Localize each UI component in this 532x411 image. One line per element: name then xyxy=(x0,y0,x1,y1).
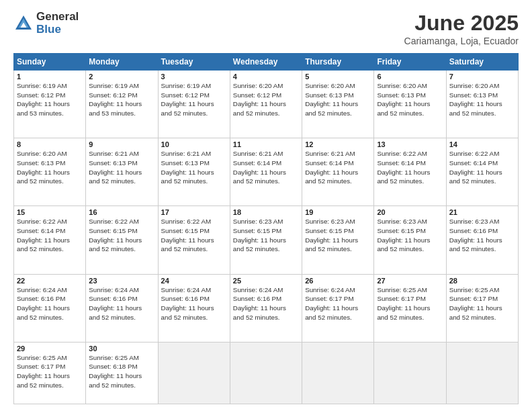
calendar-cell: 20Sunrise: 6:23 AM Sunset: 6:15 PM Dayli… xyxy=(374,206,446,274)
calendar-cell xyxy=(302,342,374,404)
calendar-cell: 3Sunrise: 6:19 AM Sunset: 6:12 PM Daylig… xyxy=(158,71,230,138)
calendar-week-1: 1Sunrise: 6:19 AM Sunset: 6:12 PM Daylig… xyxy=(14,71,519,138)
day-info: Sunrise: 6:22 AM Sunset: 6:15 PM Dayligh… xyxy=(161,217,227,254)
title-block: June 2025 Cariamanga, Loja, Ecuador xyxy=(404,11,519,46)
day-info: Sunrise: 6:25 AM Sunset: 6:17 PM Dayligh… xyxy=(17,353,83,390)
calendar-cell: 12Sunrise: 6:21 AM Sunset: 6:14 PM Dayli… xyxy=(302,138,374,206)
calendar-cell: 10Sunrise: 6:21 AM Sunset: 6:13 PM Dayli… xyxy=(158,138,230,206)
day-number: 26 xyxy=(305,277,371,285)
day-info: Sunrise: 6:19 AM Sunset: 6:12 PM Dayligh… xyxy=(17,81,83,118)
header: General Blue June 2025 Cariamanga, Loja,… xyxy=(13,11,519,46)
day-number: 25 xyxy=(233,277,299,285)
logo-general-text: General xyxy=(36,11,79,24)
day-info: Sunrise: 6:23 AM Sunset: 6:15 PM Dayligh… xyxy=(233,217,299,254)
calendar-cell: 25Sunrise: 6:24 AM Sunset: 6:16 PM Dayli… xyxy=(230,274,302,342)
day-number: 1 xyxy=(17,73,83,81)
calendar-cell: 18Sunrise: 6:23 AM Sunset: 6:15 PM Dayli… xyxy=(230,206,302,274)
day-info: Sunrise: 6:21 AM Sunset: 6:14 PM Dayligh… xyxy=(305,149,371,186)
calendar-header-sunday: Sunday xyxy=(14,54,86,71)
calendar-cell xyxy=(158,342,230,404)
calendar-cell: 16Sunrise: 6:22 AM Sunset: 6:15 PM Dayli… xyxy=(86,206,158,274)
calendar-cell: 26Sunrise: 6:24 AM Sunset: 6:17 PM Dayli… xyxy=(302,274,374,342)
day-info: Sunrise: 6:23 AM Sunset: 6:16 PM Dayligh… xyxy=(449,217,515,254)
day-number: 8 xyxy=(17,140,83,148)
day-info: Sunrise: 6:24 AM Sunset: 6:16 PM Dayligh… xyxy=(89,285,154,322)
day-info: Sunrise: 6:21 AM Sunset: 6:14 PM Dayligh… xyxy=(233,149,299,186)
calendar-cell: 30Sunrise: 6:25 AM Sunset: 6:18 PM Dayli… xyxy=(86,342,158,404)
day-info: Sunrise: 6:19 AM Sunset: 6:12 PM Dayligh… xyxy=(89,81,154,118)
calendar-cell: 24Sunrise: 6:24 AM Sunset: 6:16 PM Dayli… xyxy=(158,274,230,342)
day-info: Sunrise: 6:19 AM Sunset: 6:12 PM Dayligh… xyxy=(161,81,227,118)
day-number: 20 xyxy=(377,208,443,216)
day-info: Sunrise: 6:20 AM Sunset: 6:12 PM Dayligh… xyxy=(233,81,299,118)
day-info: Sunrise: 6:23 AM Sunset: 6:15 PM Dayligh… xyxy=(305,217,371,254)
calendar-cell: 8Sunrise: 6:20 AM Sunset: 6:13 PM Daylig… xyxy=(14,138,86,206)
day-info: Sunrise: 6:20 AM Sunset: 6:13 PM Dayligh… xyxy=(305,81,371,118)
calendar-cell: 7Sunrise: 6:20 AM Sunset: 6:13 PM Daylig… xyxy=(446,71,518,138)
day-info: Sunrise: 6:23 AM Sunset: 6:15 PM Dayligh… xyxy=(377,217,443,254)
calendar-cell xyxy=(230,342,302,404)
month-title: June 2025 xyxy=(404,11,519,36)
calendar-header-monday: Monday xyxy=(86,54,158,71)
calendar-cell: 11Sunrise: 6:21 AM Sunset: 6:14 PM Dayli… xyxy=(230,138,302,206)
day-number: 29 xyxy=(17,345,83,353)
logo-icon xyxy=(13,13,34,34)
logo: General Blue xyxy=(13,11,79,36)
day-number: 19 xyxy=(305,208,371,216)
day-info: Sunrise: 6:24 AM Sunset: 6:16 PM Dayligh… xyxy=(17,285,83,322)
day-number: 30 xyxy=(89,345,154,353)
day-number: 2 xyxy=(89,73,154,81)
day-number: 13 xyxy=(377,140,443,148)
calendar-cell: 27Sunrise: 6:25 AM Sunset: 6:17 PM Dayli… xyxy=(374,274,446,342)
day-number: 28 xyxy=(449,277,515,285)
day-number: 11 xyxy=(233,140,299,148)
calendar-cell: 23Sunrise: 6:24 AM Sunset: 6:16 PM Dayli… xyxy=(86,274,158,342)
day-number: 9 xyxy=(89,140,154,148)
day-info: Sunrise: 6:25 AM Sunset: 6:17 PM Dayligh… xyxy=(449,285,515,322)
day-number: 12 xyxy=(305,140,371,148)
day-info: Sunrise: 6:20 AM Sunset: 6:13 PM Dayligh… xyxy=(377,81,443,118)
calendar-cell: 2Sunrise: 6:19 AM Sunset: 6:12 PM Daylig… xyxy=(86,71,158,138)
calendar-cell: 4Sunrise: 6:20 AM Sunset: 6:12 PM Daylig… xyxy=(230,71,302,138)
day-number: 24 xyxy=(161,277,227,285)
calendar-header-friday: Friday xyxy=(374,54,446,71)
calendar-week-2: 8Sunrise: 6:20 AM Sunset: 6:13 PM Daylig… xyxy=(14,138,519,206)
location: Cariamanga, Loja, Ecuador xyxy=(404,36,519,46)
calendar-cell: 22Sunrise: 6:24 AM Sunset: 6:16 PM Dayli… xyxy=(14,274,86,342)
calendar-cell: 17Sunrise: 6:22 AM Sunset: 6:15 PM Dayli… xyxy=(158,206,230,274)
day-number: 22 xyxy=(17,277,83,285)
calendar-header-wednesday: Wednesday xyxy=(230,54,302,71)
day-number: 4 xyxy=(233,73,299,81)
day-number: 23 xyxy=(89,277,154,285)
day-number: 5 xyxy=(305,73,371,81)
day-info: Sunrise: 6:25 AM Sunset: 6:17 PM Dayligh… xyxy=(377,285,443,322)
calendar-week-5: 29Sunrise: 6:25 AM Sunset: 6:17 PM Dayli… xyxy=(14,342,519,404)
calendar-cell: 21Sunrise: 6:23 AM Sunset: 6:16 PM Dayli… xyxy=(446,206,518,274)
calendar-cell: 6Sunrise: 6:20 AM Sunset: 6:13 PM Daylig… xyxy=(374,71,446,138)
day-info: Sunrise: 6:20 AM Sunset: 6:13 PM Dayligh… xyxy=(449,81,515,118)
day-info: Sunrise: 6:25 AM Sunset: 6:18 PM Dayligh… xyxy=(89,353,154,390)
day-info: Sunrise: 6:21 AM Sunset: 6:13 PM Dayligh… xyxy=(161,149,227,186)
calendar-week-3: 15Sunrise: 6:22 AM Sunset: 6:14 PM Dayli… xyxy=(14,206,519,274)
calendar-cell: 29Sunrise: 6:25 AM Sunset: 6:17 PM Dayli… xyxy=(14,342,86,404)
day-number: 3 xyxy=(161,73,227,81)
calendar-cell: 5Sunrise: 6:20 AM Sunset: 6:13 PM Daylig… xyxy=(302,71,374,138)
calendar-table: SundayMondayTuesdayWednesdayThursdayFrid… xyxy=(13,53,519,404)
calendar-cell: 15Sunrise: 6:22 AM Sunset: 6:14 PM Dayli… xyxy=(14,206,86,274)
day-number: 7 xyxy=(449,73,515,81)
calendar-header-row: SundayMondayTuesdayWednesdayThursdayFrid… xyxy=(14,54,519,71)
page: General Blue June 2025 Cariamanga, Loja,… xyxy=(0,0,532,411)
logo-text: General Blue xyxy=(36,11,79,36)
logo-blue-text: Blue xyxy=(36,24,79,36)
day-info: Sunrise: 6:24 AM Sunset: 6:16 PM Dayligh… xyxy=(161,285,227,322)
calendar-cell: 28Sunrise: 6:25 AM Sunset: 6:17 PM Dayli… xyxy=(446,274,518,342)
day-info: Sunrise: 6:21 AM Sunset: 6:13 PM Dayligh… xyxy=(89,149,154,186)
day-info: Sunrise: 6:24 AM Sunset: 6:16 PM Dayligh… xyxy=(233,285,299,322)
day-number: 21 xyxy=(449,208,515,216)
day-info: Sunrise: 6:22 AM Sunset: 6:14 PM Dayligh… xyxy=(17,217,83,254)
day-info: Sunrise: 6:22 AM Sunset: 6:15 PM Dayligh… xyxy=(89,217,154,254)
calendar-header-tuesday: Tuesday xyxy=(158,54,230,71)
day-info: Sunrise: 6:22 AM Sunset: 6:14 PM Dayligh… xyxy=(377,149,443,186)
day-number: 16 xyxy=(89,208,154,216)
day-number: 18 xyxy=(233,208,299,216)
